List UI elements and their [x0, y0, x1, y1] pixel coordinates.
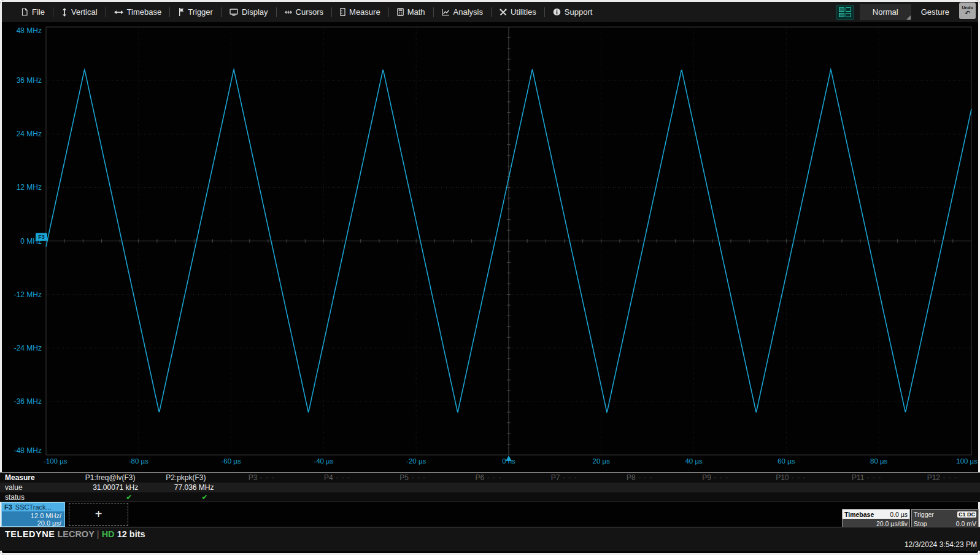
measure-column-header[interactable]: P5 - - -: [375, 473, 450, 482]
trace-horizontal-scale: 20.0 µs/: [2, 519, 61, 527]
status-ok-icon: ✔: [72, 493, 148, 502]
value-row-label: value: [0, 483, 72, 492]
hd-badge: HD: [102, 529, 115, 539]
trigger-level: 0.0 mV: [956, 520, 976, 527]
grid-layout-icon[interactable]: [836, 5, 854, 20]
menu-utilities[interactable]: Utilities: [492, 2, 544, 22]
menu-math[interactable]: Math: [389, 2, 433, 22]
measure-table: Measure P1:freq@lv(F3)P2:pkpk(F3)P3 - - …: [0, 472, 980, 502]
measure-column-header[interactable]: P9 - - -: [677, 473, 753, 482]
measure-status-row: status ✔✔: [0, 492, 980, 502]
y-axis-label: -24 MHz: [14, 344, 42, 352]
x-axis-label: -80 µs: [129, 457, 149, 465]
menu-measure[interactable]: Measure: [332, 2, 388, 22]
measure-column-header[interactable]: P7 - - -: [527, 473, 602, 482]
measure-value: 77.036 MHz: [148, 483, 223, 492]
math-icon: [397, 8, 404, 16]
cursors-icon: [285, 9, 292, 16]
menu-right-controls: Normal Gesture Undo ↷: [836, 2, 976, 22]
waveform-plot[interactable]: 48 MHz36 MHz24 MHz12 MHz0 MHz-12 MHz-24 …: [0, 22, 980, 472]
measure-column-header[interactable]: P11 - - -: [829, 473, 905, 482]
menu-math-label: Math: [407, 7, 425, 17]
menu-display[interactable]: Display: [222, 2, 276, 22]
x-axis-label: 100 µs: [956, 457, 978, 465]
y-axis-label: 48 MHz: [17, 26, 42, 35]
trigger-source-badge: C1 DC: [957, 511, 976, 518]
menu-cursors[interactable]: Cursors: [277, 2, 332, 22]
measure-column-header[interactable]: P10 - - -: [753, 473, 828, 482]
menu-trigger[interactable]: Trigger: [170, 2, 221, 22]
x-axis-label: -60 µs: [221, 457, 241, 465]
x-axis-label: 40 µs: [685, 457, 703, 465]
measure-column-header[interactable]: P1:freq@lv(F3): [72, 473, 148, 482]
analysis-icon: [442, 9, 450, 16]
x-axis-label: 60 µs: [777, 457, 795, 465]
menu-file[interactable]: File: [13, 2, 53, 22]
gesture-label: Gesture: [917, 7, 953, 17]
menu-utilities-label: Utilities: [511, 7, 536, 17]
status-bar: TELEDYNE LECROY | HD 12 bits 12/3/2024 3…: [0, 527, 980, 551]
trigger-mode: Stop: [914, 520, 927, 527]
measure-empty-placeholder: - - -: [560, 473, 577, 482]
measure-empty-placeholder: - - -: [864, 473, 881, 482]
measure-empty-placeholder: - - -: [484, 473, 501, 482]
menu-analysis-label: Analysis: [453, 7, 483, 17]
x-axis-label: -100 µs: [44, 457, 68, 465]
measure-column-header[interactable]: P12 - - -: [905, 473, 980, 482]
trace-name: SSCTrack...: [15, 503, 52, 511]
trigger-icon: [178, 8, 184, 16]
view-mode-dropdown[interactable]: Normal: [860, 4, 911, 20]
status-row-label: status: [0, 493, 72, 502]
measure-column-header[interactable]: P8 - - -: [602, 473, 677, 482]
x-axis-label: -20 µs: [406, 457, 426, 465]
measure-empty-placeholder: - - -: [940, 473, 957, 482]
menu-vertical[interactable]: Vertical: [53, 2, 106, 22]
measure-empty-placeholder: - - -: [409, 473, 426, 482]
brand-separator: |: [97, 529, 99, 539]
undo-button[interactable]: Undo ↷: [959, 2, 976, 19]
measure-empty-placeholder: - - -: [257, 473, 274, 482]
trace-id: F3: [4, 503, 12, 511]
support-icon: [553, 8, 561, 16]
menu-measure-label: Measure: [349, 7, 380, 17]
datetime-label: 12/3/2024 3:54:23 PM: [905, 540, 977, 549]
measure-empty-placeholder: - - -: [333, 473, 350, 482]
brand-teledyne: TELEDYNE: [5, 529, 55, 539]
file-icon: [21, 8, 28, 16]
menu-trigger-label: Trigger: [188, 7, 213, 17]
measure-column-header[interactable]: P6 - - -: [450, 473, 526, 482]
bit-depth-label: 12 bits: [117, 529, 145, 539]
view-mode-label: Normal: [873, 7, 898, 17]
undo-arrow-icon: ↷: [965, 10, 970, 17]
display-icon: [230, 9, 238, 16]
y-axis-label: 24 MHz: [17, 130, 42, 138]
add-trace-button[interactable]: +: [69, 503, 128, 526]
menu-support-label: Support: [565, 7, 593, 17]
timebase-title: Timebase: [844, 511, 874, 518]
measure-empty-placeholder: - - -: [789, 473, 806, 482]
trace-level-badge-label: F3: [38, 234, 45, 240]
timebase-scale: 20.0 µs/div: [876, 520, 908, 527]
measure-empty-placeholder: - - -: [636, 473, 653, 482]
menu-support[interactable]: Support: [545, 2, 601, 22]
menu-display-label: Display: [242, 7, 268, 17]
measure-column-header[interactable]: P3 - - -: [224, 473, 299, 482]
brand-lecroy: LECROY: [57, 529, 94, 539]
menu-analysis[interactable]: Analysis: [434, 2, 491, 22]
trace-descriptor-area: F3 SSCTrack... 12.0 MHz/ 20.0 µs/ +: [0, 502, 980, 527]
y-axis-label: -12 MHz: [14, 290, 42, 299]
menu-bar: File Vertical Timebase Trigger Display C…: [2, 2, 978, 22]
trace-vertical-scale: 12.0 MHz/: [2, 512, 61, 519]
trace-descriptor-f3[interactable]: F3 SSCTrack... 12.0 MHz/ 20.0 µs/: [1, 502, 65, 527]
timebase-offset: 0.0 µs: [890, 511, 908, 518]
brand-logo: TELEDYNE LECROY | HD 12 bits: [5, 529, 145, 539]
menu-file-label: File: [32, 7, 45, 17]
measure-header-row: Measure P1:freq@lv(F3)P2:pkpk(F3)P3 - - …: [0, 473, 980, 483]
measure-column-header[interactable]: P4 - - -: [299, 473, 375, 482]
menu-timebase[interactable]: Timebase: [106, 2, 170, 22]
measure-empty-placeholder: - - -: [711, 473, 728, 482]
y-axis-label: -36 MHz: [14, 397, 42, 406]
measure-row-label: Measure: [0, 473, 72, 482]
measure-column-header[interactable]: P2:pkpk(F3): [148, 473, 223, 482]
trigger-title: Trigger: [914, 511, 934, 518]
